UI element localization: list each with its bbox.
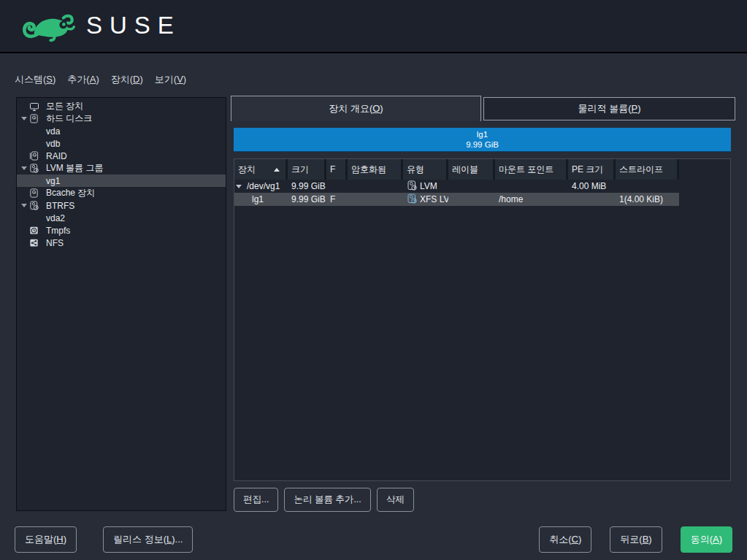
device-table: 장치 크기 F 암호화됨 유형 레이블 마운트 포인트 PE 크기 스트라이프 … <box>234 159 730 206</box>
cell-f: F <box>326 193 348 206</box>
tree-item-label: LVM 볼륨 그룹 <box>46 162 103 174</box>
footer-bar: 도움말(H) 릴리스 정보(L)... 취소(C) 뒤로(B) 동의(A) <box>15 527 732 552</box>
cell-encrypted <box>348 180 403 193</box>
tree-item-label: RAID <box>46 151 67 161</box>
cell-size: 9.99 GiB <box>288 180 326 193</box>
column-header-mount-point[interactable]: 마운트 포인트 <box>495 159 568 180</box>
tree-item-label: vda <box>46 126 60 137</box>
lvm-icon <box>407 180 417 193</box>
tree-item-nfs[interactable]: NFS <box>17 237 226 249</box>
table-row-dev-vg1[interactable]: /dev/vg1 9.99 GiB LVM <box>234 180 730 193</box>
cell-pe-size: 4.00 MiB <box>568 180 616 193</box>
cell-size: 9.99 GiB <box>288 193 326 206</box>
tab-device-overview[interactable]: 장치 개요(O) <box>231 96 481 121</box>
cell-mount-point: /home <box>495 193 568 206</box>
cell-stripes <box>616 180 679 193</box>
suse-logo-text: SUSE <box>86 12 181 39</box>
cell-device: lg1 <box>234 193 288 206</box>
cell-mount-point <box>495 180 568 193</box>
device-banner-title: lg1 <box>477 129 488 139</box>
menubar: 시스템(S) 추가(A) 장치(D) 보기(V) <box>9 70 192 89</box>
tree-item-all-devices[interactable]: 모든 장치 <box>17 100 226 112</box>
column-header-f[interactable]: F <box>326 159 348 180</box>
menu-system[interactable]: 시스템(S) <box>9 70 61 89</box>
tree-item-label: 모든 장치 <box>46 100 83 112</box>
cell-device: /dev/vg1 <box>234 180 288 193</box>
table-actions: 편집... 논리 볼륨 추가... 삭제 <box>234 488 414 512</box>
yast-partitioner-window: SUSE 시스템(S) 추가(A) 장치(D) 보기(V) 모든 장치 하드 디… <box>0 0 747 560</box>
tree-item-lvm-volume-groups[interactable]: LVM 볼륨 그룹 <box>17 162 226 174</box>
column-header-type[interactable]: 유형 <box>403 159 448 180</box>
cell-stripes: 1(4.00 KiB) <box>616 193 679 206</box>
bcache-disk-icon <box>29 188 46 198</box>
edit-button[interactable]: 편집... <box>234 488 278 512</box>
share-icon <box>29 238 46 248</box>
tree-item-hard-disks[interactable]: 하드 디스크 <box>17 112 226 125</box>
tree-item-bcache-devices[interactable]: Bcache 장치 <box>17 187 226 199</box>
cancel-button[interactable]: 취소(C) <box>539 526 591 553</box>
expander-icon[interactable] <box>17 204 29 207</box>
raid-icon <box>29 151 46 161</box>
hard-disk-icon <box>29 114 46 123</box>
cell-label <box>448 193 495 206</box>
btrfs-icon <box>29 201 46 210</box>
tree-item-vda[interactable]: vda <box>17 125 226 137</box>
lvm-icon <box>29 164 46 173</box>
tree-item-label: NFS <box>46 238 64 248</box>
tree-item-vda2[interactable]: vda2 <box>17 212 226 224</box>
menu-device[interactable]: 장치(D) <box>105 70 149 89</box>
release-notes-button[interactable]: 릴리스 정보(L)... <box>103 526 193 553</box>
device-table-panel: 장치 크기 F 암호화됨 유형 레이블 마운트 포인트 PE 크기 스트라이프 … <box>234 158 731 481</box>
device-banner-size: 9.99 GiB <box>466 139 499 150</box>
menu-view[interactable]: 보기(V) <box>149 70 192 89</box>
column-header-filler <box>679 159 730 180</box>
cell-f <box>326 180 348 193</box>
suse-logo: SUSE <box>20 9 181 44</box>
sort-ascending-icon <box>274 168 280 172</box>
tree-item-vdb[interactable]: vdb <box>17 137 226 150</box>
cell-type: XFS LV <box>403 193 448 206</box>
column-header-encrypted[interactable]: 암호화됨 <box>348 159 403 180</box>
row-expander-icon[interactable] <box>236 185 242 188</box>
tree-item-raid[interactable]: RAID <box>17 150 226 162</box>
column-header-size[interactable]: 크기 <box>288 159 326 180</box>
tree-item-label: Tmpfs <box>46 226 70 236</box>
tree-item-label: Bcache 장치 <box>46 187 95 199</box>
column-header-pe-size[interactable]: PE 크기 <box>568 159 616 180</box>
table-row-lg1[interactable]: lg1 9.99 GiB F XFS LV /home <box>234 193 730 206</box>
tree-item-vg1[interactable]: vg1 <box>17 174 226 187</box>
tree-item-tmpfs[interactable]: Tmpfs <box>17 224 226 237</box>
device-banner: lg1 9.99 GiB <box>234 128 731 152</box>
device-tree-panel: 모든 장치 하드 디스크 vda vdb RAID <box>16 97 226 511</box>
suse-chameleon-icon <box>20 9 79 44</box>
monitor-icon <box>29 101 46 112</box>
cell-type: LVM <box>403 180 448 193</box>
help-button[interactable]: 도움말(H) <box>15 526 77 553</box>
expander-icon[interactable] <box>17 166 29 170</box>
tree-item-label: 하드 디스크 <box>46 112 92 125</box>
tree-item-label: BTRFS <box>46 201 74 211</box>
menu-add[interactable]: 추가(A) <box>61 70 104 89</box>
tree-item-btrfs[interactable]: BTRFS <box>17 199 226 212</box>
clock-icon <box>29 226 46 235</box>
tree-item-label: vg1 <box>46 176 60 186</box>
column-header-stripes[interactable]: 스트라이프 <box>616 159 679 180</box>
column-header-label[interactable]: 레이블 <box>448 159 495 180</box>
tree-item-label: vda2 <box>46 213 65 223</box>
back-button[interactable]: 뒤로(B) <box>610 526 662 553</box>
tab-physical-volumes[interactable]: 물리적 볼륨(P) <box>483 97 735 120</box>
tree-item-label: vdb <box>46 139 60 149</box>
add-logical-volume-button[interactable]: 논리 볼륨 추가... <box>284 488 370 512</box>
cell-label <box>448 180 495 193</box>
accept-button[interactable]: 동의(A) <box>681 526 732 553</box>
xfs-lv-icon <box>407 193 417 206</box>
cell-pe-size <box>568 193 616 206</box>
top-banner: SUSE <box>0 0 747 53</box>
expander-icon[interactable] <box>17 117 29 120</box>
column-header-device[interactable]: 장치 <box>234 159 288 180</box>
cell-encrypted <box>348 193 403 206</box>
delete-button[interactable]: 삭제 <box>377 488 414 512</box>
